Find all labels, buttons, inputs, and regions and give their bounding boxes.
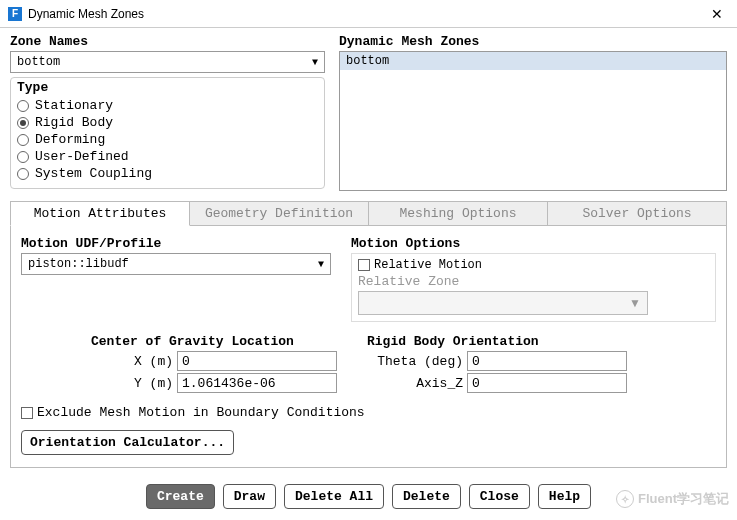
motion-udf-value: piston::libudf [28, 257, 129, 271]
type-label: Type [15, 80, 50, 95]
tab-meshing-options[interactable]: Meshing Options [369, 201, 548, 226]
orientation-calculator-button[interactable]: Orientation Calculator... [21, 430, 234, 455]
rbo-axisz-input[interactable] [467, 373, 627, 393]
cog-y-label: Y (m) [91, 376, 177, 391]
radio-icon [17, 168, 29, 180]
list-item[interactable]: bottom [340, 52, 726, 70]
delete-all-button[interactable]: Delete All [284, 484, 384, 509]
tab-motion-attributes[interactable]: Motion Attributes [10, 201, 190, 226]
exclude-label: Exclude Mesh Motion in Boundary Conditio… [37, 405, 365, 420]
draw-button[interactable]: Draw [223, 484, 276, 509]
delete-button[interactable]: Delete [392, 484, 461, 509]
dmz-listbox[interactable]: bottom [339, 51, 727, 191]
create-button[interactable]: Create [146, 484, 215, 509]
radio-icon [17, 100, 29, 112]
radio-icon [17, 151, 29, 163]
exclude-checkbox[interactable]: Exclude Mesh Motion in Boundary Conditio… [21, 405, 365, 420]
help-button[interactable]: Help [538, 484, 591, 509]
relative-zone-label: Relative Zone [358, 274, 709, 289]
checkbox-icon [358, 259, 370, 271]
type-radio-user-defined[interactable]: User-Defined [17, 148, 318, 165]
radio-icon [17, 134, 29, 146]
checkbox-icon [21, 407, 33, 419]
tab-solver-options[interactable]: Solver Options [548, 201, 727, 226]
window-title: Dynamic Mesh Zones [28, 7, 705, 21]
cog-x-label: X (m) [91, 354, 177, 369]
close-icon[interactable]: ✕ [705, 6, 729, 22]
type-radio-stationary[interactable]: Stationary [17, 97, 318, 114]
type-radio-deforming[interactable]: Deforming [17, 131, 318, 148]
rbo-theta-label: Theta (deg) [367, 354, 467, 369]
rbo-axisz-label: Axis_Z [367, 376, 467, 391]
motion-options-label: Motion Options [351, 236, 716, 251]
rbo-theta-input[interactable] [467, 351, 627, 371]
motion-udf-label: Motion UDF/Profile [21, 236, 331, 251]
chevron-down-icon: ▼ [629, 296, 641, 310]
type-radio-rigid-body[interactable]: Rigid Body [17, 114, 318, 131]
cog-label: Center of Gravity Location [91, 334, 337, 349]
radio-label: Rigid Body [35, 115, 113, 130]
chevron-down-icon: ▼ [312, 57, 318, 68]
radio-label: User-Defined [35, 149, 129, 164]
zone-names-label: Zone Names [10, 34, 325, 49]
tab-geometry-definition[interactable]: Geometry Definition [190, 201, 369, 226]
motion-udf-select[interactable]: piston::libudf ▼ [21, 253, 331, 275]
radio-label: System Coupling [35, 166, 152, 181]
radio-icon [17, 117, 29, 129]
relative-motion-checkbox[interactable]: Relative Motion [358, 258, 709, 272]
relative-motion-label: Relative Motion [374, 258, 482, 272]
type-radio-system-coupling[interactable]: System Coupling [17, 165, 318, 182]
cog-y-input[interactable] [177, 373, 337, 393]
close-button[interactable]: Close [469, 484, 530, 509]
zone-names-value: bottom [17, 55, 60, 69]
chevron-down-icon: ▼ [318, 259, 324, 270]
app-icon: F [8, 7, 22, 21]
dmz-label: Dynamic Mesh Zones [339, 34, 727, 49]
zone-names-select[interactable]: bottom ▼ [10, 51, 325, 73]
rbo-label: Rigid Body Orientation [367, 334, 627, 349]
relative-zone-select[interactable]: ▼ [358, 291, 648, 315]
titlebar: F Dynamic Mesh Zones ✕ [0, 0, 737, 28]
tab-body-motion-attributes: Motion UDF/Profile piston::libudf ▼ Moti… [10, 226, 727, 468]
radio-label: Stationary [35, 98, 113, 113]
radio-label: Deforming [35, 132, 105, 147]
cog-x-input[interactable] [177, 351, 337, 371]
